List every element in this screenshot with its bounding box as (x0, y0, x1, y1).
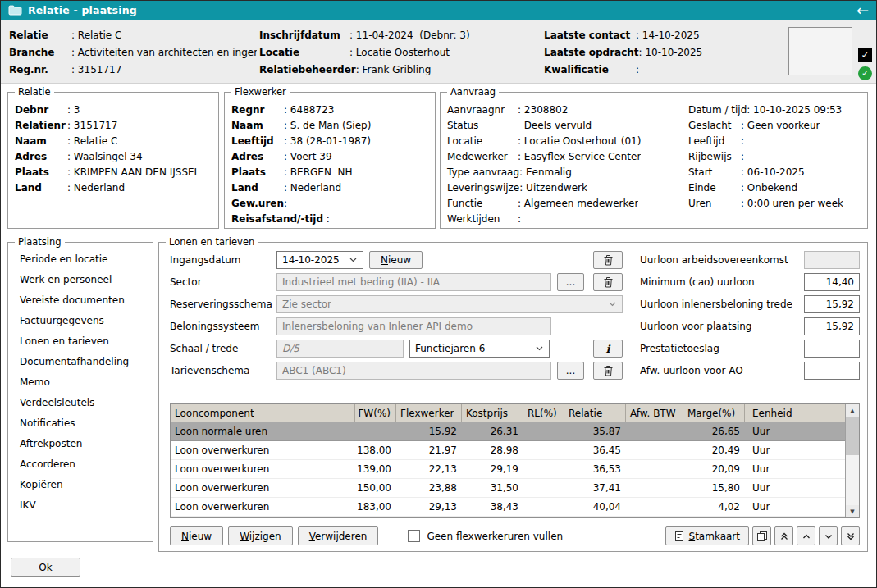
info-row: Plaats: BERGEN NH (231, 165, 428, 180)
uurloon-voor-plaatsing-input[interactable] (804, 317, 860, 335)
back-icon[interactable]: ← (856, 3, 869, 18)
column-header: FW(%) (355, 404, 396, 422)
sidebar-item-memo[interactable]: Memo (8, 372, 153, 393)
field-label: Laatste contact (544, 30, 636, 41)
cell: 29,13 (396, 498, 462, 516)
functiejaren-select[interactable]: Functiejaren 6 (409, 340, 550, 358)
field-label: Adres (15, 149, 67, 165)
header-flag-checkbox[interactable]: ✓ (858, 48, 872, 62)
sidebar-item-lonen-en-tarieven[interactable]: Lonen en tarieven (8, 331, 153, 352)
verwijderen-button[interactable]: Verwijderen (298, 526, 379, 545)
copy-button[interactable] (752, 526, 771, 545)
cell: Loon overwerkuren (171, 441, 355, 459)
footer-right-buttons: Stamkaart (665, 526, 860, 545)
cell (523, 479, 564, 497)
nieuw-looncomponent-button[interactable]: Nieuw (170, 526, 223, 545)
field-label: Medewerker (447, 149, 518, 165)
field-value: : Uitzendwerk (519, 180, 587, 196)
cell: 15,80 (683, 479, 745, 497)
info-row: Leeftijd: (688, 134, 843, 149)
cell (523, 422, 564, 440)
info-row: Reg.nr.: 3151717 (9, 61, 257, 78)
table-row[interactable]: Loon overwerkuren 139,00 22,13 29,19 36,… (171, 460, 846, 479)
info-row: Functie: Algemeen medewerker (447, 196, 688, 212)
stamkaart-button[interactable]: Stamkaart (665, 526, 749, 545)
sector-lookup-button[interactable]: ... (557, 273, 584, 291)
info-row: Laatste opdracht: 10-10-2025 (544, 43, 783, 61)
column-header: RL(%) (523, 404, 564, 422)
cell: 29,19 (462, 460, 523, 478)
info-row: Einde: Onbekend (688, 180, 843, 196)
sidebar-item-verdeelsleutels[interactable]: Verdeelsleutels (8, 393, 153, 413)
geen-flexwerkeruren-checkbox[interactable] (408, 530, 420, 542)
ingangsdatum-select[interactable]: 14-10-2025 (276, 251, 363, 269)
sidebar-item-vereiste-documenten[interactable]: Vereiste documenten (8, 290, 153, 311)
cell: 183,00 (355, 498, 396, 516)
field-value: : Frank Gribling (356, 64, 432, 75)
move-bottom-button[interactable] (841, 526, 860, 545)
field-label: Debnr (15, 103, 67, 118)
move-up-button[interactable] (797, 526, 815, 545)
delete-ingangsdatum-button[interactable] (593, 251, 623, 269)
nieuw-ingangsdatum-button[interactable]: Nieuw (369, 251, 423, 269)
rate-row: Prestatietoeslag (640, 340, 860, 358)
prestatietoeslag-input[interactable] (804, 340, 860, 358)
field-label: Land (15, 180, 67, 196)
sidebar-item-aftrekposten[interactable]: Aftrekposten (8, 434, 153, 454)
scrollbar-up-button[interactable]: ▲ (846, 404, 859, 417)
field-value: : Waalsingel 34 (67, 149, 143, 165)
field-value: : 0:00 uren per week (741, 196, 843, 212)
field-label: Land (231, 180, 284, 196)
sidebar-item-documentafhandeling[interactable]: Documentafhandeling (8, 352, 153, 372)
table-row[interactable]: Loon overwerkuren 183,00 29,13 38,43 40,… (171, 498, 846, 517)
sidebar-item-notificaties[interactable]: Notificaties (8, 413, 153, 434)
field-label: Reserveringsschema (170, 299, 272, 310)
delete-sector-button[interactable] (593, 273, 623, 291)
afw-uurloon-voor-ao-input[interactable] (804, 362, 860, 380)
field-label: Start (688, 165, 741, 180)
info-row: Aanvraagnr: 2308802 (447, 103, 688, 118)
sidebar-item-periode-en-locatie[interactable]: Periode en locatie (8, 249, 153, 270)
cell: 26,65 (683, 422, 745, 440)
table-scrollbar[interactable]: ▲ ▼ (845, 404, 859, 517)
sidebar-item-kopieren[interactable]: Kopiëren (8, 475, 153, 495)
cell: 21,97 (396, 441, 462, 459)
sidebar-item-ikv[interactable]: IKV (8, 495, 153, 516)
field-label: Laatste opdracht (544, 47, 639, 58)
cell: 40,04 (564, 498, 626, 516)
field-label: Functie (447, 196, 518, 212)
sidebar-item-factuurgegevens[interactable]: Factuurgegevens (8, 311, 153, 331)
copy-icon (756, 531, 768, 542)
move-top-button[interactable] (774, 526, 793, 545)
delete-tarievenschema-button[interactable] (593, 362, 623, 380)
scrollbar-down-button[interactable]: ▼ (846, 505, 859, 517)
sidebar-item-accorderen[interactable]: Accorderen (8, 454, 153, 475)
sidebar-item-werk-en-personeel[interactable]: Werk en personeel (8, 270, 153, 290)
cell: 20,49 (683, 441, 745, 459)
wijzigen-button[interactable]: Wijzigen (228, 526, 293, 545)
scrollbar-thumb[interactable] (846, 417, 859, 455)
field-value: : (741, 149, 744, 165)
sector-input (276, 273, 551, 291)
field-value: : 6488723 (284, 103, 334, 118)
table-row[interactable]: Loon overwerkuren 150,00 23,88 31,50 37,… (171, 479, 846, 498)
inlenersbeloning-info-button[interactable]: i (593, 340, 623, 358)
field-label: Uurloon arbeidsovereenkomst (640, 254, 804, 266)
chevron-up-icon (802, 531, 811, 541)
info-row: Land: Nederland (15, 180, 212, 196)
ok-button[interactable]: Ok (11, 558, 80, 577)
minimum-cao-uurloon-input[interactable] (804, 273, 860, 291)
info-row: Gew.uren: (231, 196, 428, 212)
field-value: : Algemeen medewerker (518, 196, 638, 212)
uurloon-inlenersbeloning-trede-input[interactable] (804, 295, 860, 313)
info-row: Reisafstand/-tijd : (231, 212, 428, 227)
table-row[interactable]: Loon overwerkuren 138,00 21,97 28,98 36,… (171, 441, 846, 460)
tarievenschema-lookup-button[interactable]: ... (557, 362, 584, 380)
info-row: Datum / tijd: 10-10-2025 09:53 (688, 103, 843, 118)
rate-row: Uurloon voor plaatsing (640, 317, 860, 335)
move-down-button[interactable] (819, 526, 838, 545)
table-row[interactable]: Loon normale uren 15,92 26,31 35,87 26,6… (171, 422, 846, 441)
field-value: : 10-10-2025 (639, 47, 703, 58)
info-row: Uren: 0:00 uren per week (688, 196, 843, 212)
relatie-fieldset: Relatie Debnr: 3 Relatienr: 3151717 Naam… (7, 92, 219, 229)
